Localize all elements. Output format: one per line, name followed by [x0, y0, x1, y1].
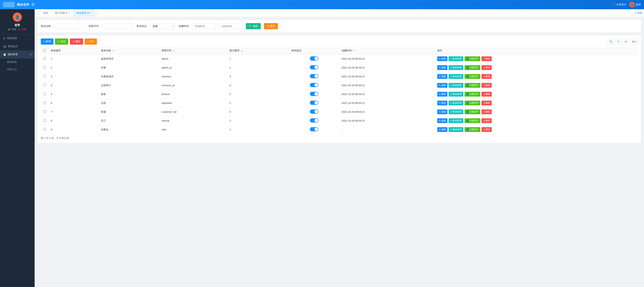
tab-user-mgmt[interactable]: 用户管理 ✕ [52, 10, 73, 16]
refresh-label: 刷新 [638, 11, 642, 15]
data-rights-button-0[interactable]: ✦数据权限 [448, 56, 464, 61]
permission-input[interactable] [103, 24, 134, 29]
delete-row-button-7[interactable]: ✕删除 [482, 118, 492, 123]
fullscreen-button[interactable]: ⛶ 全屏显示 [613, 3, 626, 6]
delete-row-button-1[interactable]: ✕删除 [482, 65, 492, 70]
edit-row-button-8[interactable]: ✎编辑 [437, 127, 448, 132]
select-all-checkbox[interactable] [43, 49, 46, 52]
assign-user-button-6[interactable]: 👤分配用户 [464, 110, 480, 114]
sidebar-item-project[interactable]: 📋 项目管理 ∨ [0, 50, 34, 58]
grid-view-button[interactable]: ⊞ ▾ [630, 39, 638, 44]
sidebar-item-monitor-label: 系统监控 [8, 45, 18, 48]
data-rights-button-5[interactable]: ✦数据权限 [448, 100, 464, 106]
status-toggle-8[interactable] [310, 127, 318, 132]
edit-row-button-6[interactable]: ✎编辑 [437, 110, 448, 114]
sort-created-icon[interactable]: ⇅ [353, 50, 354, 52]
status-toggle-6[interactable] [310, 110, 318, 114]
add-button[interactable]: + 新增 [41, 38, 54, 45]
assign-user-button-1[interactable]: 👤分配用户 [464, 65, 480, 70]
data-rights-button-8[interactable]: ✦数据权限 [448, 127, 464, 132]
reset-button[interactable]: ↺ 重置 [264, 23, 278, 29]
sort-name-icon[interactable]: ⇅ [112, 50, 114, 52]
edit-row-button-2[interactable]: ✎编辑 [437, 74, 448, 79]
row-checkbox-1[interactable] [43, 66, 46, 69]
edit-row-button-0[interactable]: ✎编辑 [437, 56, 448, 61]
toolbar-right: 🔍 ↻ ⊟ ⊞ ▾ [608, 39, 638, 44]
sort-order-icon[interactable]: ▲ [241, 50, 243, 52]
chevron-right-icon: › [31, 37, 32, 40]
end-date-input[interactable] [220, 24, 243, 29]
row-checkbox-2[interactable] [43, 75, 46, 78]
sidebar-item-monitor[interactable]: 📹 系统监控 › [0, 42, 34, 50]
row-checkbox-4[interactable] [43, 92, 46, 95]
column-settings-button[interactable]: ⊟ [623, 39, 629, 44]
delete-row-button-8[interactable]: ✕删除 [482, 127, 492, 132]
row-checkbox-5[interactable] [43, 101, 46, 104]
assign-user-button-0[interactable]: 👤分配用户 [464, 56, 480, 61]
tab-prev-button[interactable]: ‹ [36, 11, 40, 15]
data-rights-button-3[interactable]: ✦数据权限 [448, 83, 464, 88]
row-checkbox-8[interactable] [43, 128, 46, 130]
data-rights-button-7[interactable]: ✦数据权限 [448, 118, 464, 123]
menu-toggle-icon[interactable]: ☰ [32, 2, 34, 7]
assign-user-button-7[interactable]: 👤分配用户 [464, 118, 480, 123]
sidebar-item-system[interactable]: ⚙ 系统管理 › [0, 34, 34, 42]
table-search-button[interactable]: 🔍 [608, 39, 614, 44]
status-toggle-7[interactable] [310, 118, 318, 122]
row-checkbox-6[interactable] [43, 110, 46, 113]
refresh-button[interactable]: ↻ 刷新 [634, 11, 642, 15]
edit-button[interactable]: ✎ 修改 [55, 38, 68, 45]
assign-user-button-5[interactable]: 👤分配用户 [464, 100, 480, 106]
search-button[interactable]: 🔍 搜索 [246, 23, 261, 29]
edit-row-button-5[interactable]: ✎编辑 [437, 100, 448, 106]
row-checkbox-7[interactable] [43, 119, 46, 122]
edit-row-button-3[interactable]: ✎编辑 [437, 83, 448, 88]
export-button[interactable]: ↓ 导出 [85, 38, 97, 45]
status-toggle-4[interactable] [310, 92, 318, 96]
data-rights-button-1[interactable]: ✦数据权限 [448, 65, 464, 70]
row-checkbox-3[interactable] [43, 84, 46, 86]
page-content: 角色名称： 权限字符： 角色状态： 所有 正常 停用 [34, 17, 644, 287]
tab-role-mgmt[interactable]: 角色管理 ✕ [74, 10, 94, 16]
sidebar-item-review-summary[interactable]: 评审汇总 [0, 66, 34, 73]
status-toggle-2[interactable] [310, 74, 318, 78]
delete-row-button-2[interactable]: ✕删除 [482, 74, 492, 79]
row-checkbox-0[interactable] [43, 57, 46, 60]
table-refresh-button[interactable]: ↻ [616, 39, 622, 44]
assign-user-button-4[interactable]: 👤分配用户 [464, 92, 480, 96]
col-order-label: 显示顺序 [230, 49, 240, 52]
data-rights-button-6[interactable]: ✦数据权限 [448, 110, 464, 114]
start-date-input[interactable] [193, 24, 216, 29]
sort-permission-icon[interactable]: ⇅ [173, 50, 175, 52]
data-rights-button-2[interactable]: ✦数据权限 [448, 74, 464, 79]
status-toggle-0[interactable] [310, 56, 318, 60]
tab-home[interactable]: 首页 [40, 10, 51, 16]
delete-row-button-5[interactable]: ✕删除 [482, 100, 492, 106]
delete-button[interactable]: ✕ 删除 [70, 38, 83, 45]
cell-checkbox-1 [41, 63, 48, 72]
assign-user-button-8[interactable]: 👤分配用户 [464, 127, 480, 132]
delete-row-button-6[interactable]: ✕删除 [482, 110, 492, 114]
assign-user-button-3[interactable]: 👤分配用户 [464, 83, 480, 88]
status-toggle-3[interactable] [310, 83, 318, 87]
role-name-input[interactable] [55, 24, 86, 29]
delete-row-button-0[interactable]: ✕删除 [482, 56, 492, 61]
status-select[interactable]: 所有 正常 停用 [150, 24, 176, 29]
cell-name-2: 专家组成员 [99, 72, 159, 81]
edit-row-button-7[interactable]: ✎编辑 [437, 118, 448, 123]
status-toggle-1[interactable] [310, 65, 318, 70]
delete-row-button-4[interactable]: ✕删除 [482, 92, 492, 96]
tab-close-user[interactable]: ✕ [68, 12, 70, 14]
logout-button[interactable]: 注销 [22, 28, 26, 31]
tab-next-button[interactable]: › [95, 11, 98, 15]
user-menu[interactable]: 👤 超管 [630, 2, 641, 7]
sidebar-item-case-review[interactable]: 案例评审 [0, 58, 34, 66]
tab-close-role[interactable]: ✕ [90, 12, 91, 14]
data-rights-button-4[interactable]: ✦数据权限 [448, 92, 464, 96]
assign-user-button-2[interactable]: 👤分配用户 [464, 74, 480, 79]
edit-row-button-1[interactable]: ✎编辑 [437, 65, 448, 70]
cell-id-8: 9 [48, 125, 99, 134]
delete-row-button-3[interactable]: ✕删除 [482, 83, 492, 88]
status-toggle-5[interactable] [310, 100, 318, 105]
edit-row-button-4[interactable]: ✎编辑 [437, 92, 448, 96]
